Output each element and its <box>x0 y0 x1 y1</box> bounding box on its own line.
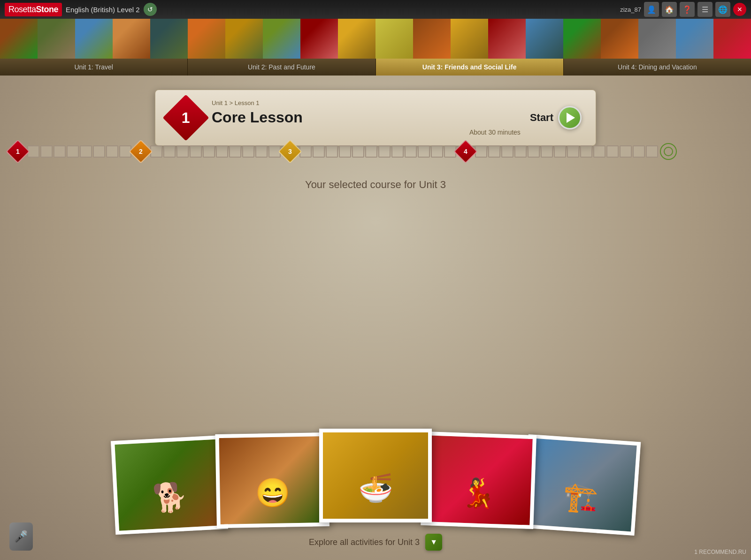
progress-box-40[interactable] <box>593 145 605 158</box>
tab-unit1-label: Unit 1: Travel <box>74 63 113 71</box>
explore-button[interactable] <box>425 534 442 551</box>
tab-unit2-label: Unit 2: Past and Future <box>248 63 315 71</box>
strip-photo-5 <box>150 19 188 59</box>
progress-box-33[interactable] <box>501 145 513 158</box>
strip-photo-15 <box>526 19 563 59</box>
start-play-icon[interactable] <box>558 106 582 129</box>
progress-box-44[interactable] <box>646 145 658 158</box>
list-icon[interactable]: ☰ <box>697 2 713 17</box>
progress-box-42[interactable] <box>620 145 632 158</box>
progress-box-2[interactable] <box>40 145 53 158</box>
progress-box-21[interactable] <box>326 145 338 158</box>
strip-photo-2 <box>38 19 75 59</box>
strip-unit-4[interactable] <box>563 19 751 59</box>
progress-box-28[interactable] <box>418 145 430 158</box>
progress-box-35[interactable] <box>528 145 540 158</box>
progress-box-27[interactable] <box>405 145 417 158</box>
main-content: 1 Unit 1 > Lesson 1 Core Lesson About 30… <box>0 76 751 560</box>
progress-box-41[interactable] <box>606 145 619 158</box>
help-icon[interactable]: ❓ <box>680 2 695 17</box>
tab-unit4-label: Unit 4: Dining and Vacation <box>618 63 697 71</box>
progress-box-36[interactable] <box>541 145 553 158</box>
photo-child[interactable] <box>215 432 329 528</box>
logo-rosetta[interactable]: RosettaStone <box>5 3 62 16</box>
progress-box-16[interactable] <box>242 145 254 158</box>
progress-end-icon[interactable] <box>660 143 677 160</box>
tab-unit1[interactable]: Unit 1: Travel <box>0 59 188 76</box>
top-icons: ziza_87 👤 🏠 ❓ ☰ 🌐 ✕ <box>620 2 746 17</box>
strip-photo-10 <box>338 19 376 59</box>
progress-box-20[interactable] <box>313 145 325 158</box>
tab-unit4[interactable]: Unit 4: Dining and Vacation <box>564 59 751 76</box>
progress-box-13[interactable] <box>203 145 215 158</box>
strip-unit-1[interactable] <box>0 19 188 59</box>
top-bar: RosettaStone English (British) Level 2 ↺… <box>0 0 751 19</box>
progress-box-22[interactable] <box>339 145 351 158</box>
diamond-4[interactable]: 4 <box>454 140 478 164</box>
lesson-duration: About 30 minutes <box>212 129 521 136</box>
progress-box-38[interactable] <box>567 145 579 158</box>
strip-unit-3[interactable] <box>376 19 563 59</box>
user-badge: ziza_87 <box>620 6 641 13</box>
progress-box-24[interactable] <box>365 145 377 158</box>
diamond-2[interactable]: 2 <box>129 140 153 164</box>
strip-unit-2[interactable] <box>188 19 376 59</box>
progress-box-15[interactable] <box>229 145 241 158</box>
logo-area: RosettaStone English (British) Level 2 ↺ <box>5 3 157 16</box>
photo-dancer[interactable] <box>421 431 536 529</box>
progress-box-29[interactable] <box>431 145 443 158</box>
strip-photo-20 <box>713 19 751 59</box>
strip-photo-8 <box>263 19 300 59</box>
progress-box-6[interactable] <box>93 145 105 158</box>
progress-box-37[interactable] <box>554 145 566 158</box>
tab-unit2[interactable]: Unit 2: Past and Future <box>188 59 376 76</box>
strip-photo-17 <box>601 19 638 59</box>
progress-box-7[interactable] <box>106 145 118 158</box>
progress-box-43[interactable] <box>633 145 645 158</box>
strip-photo-16 <box>563 19 601 59</box>
refresh-button[interactable]: ↺ <box>144 3 157 16</box>
strip-photo-18 <box>638 19 676 59</box>
profile-icon[interactable]: 👤 <box>644 2 659 17</box>
photo-building[interactable] <box>522 434 641 536</box>
progress-box-34[interactable] <box>514 145 527 158</box>
close-button[interactable]: ✕ <box>733 3 746 16</box>
progress-box-25[interactable] <box>378 145 391 158</box>
progress-box-23[interactable] <box>352 145 364 158</box>
globe-icon[interactable]: 🌐 <box>715 2 730 17</box>
progress-row: 1 2 3 <box>9 141 742 162</box>
explore-bar: Explore all activities for Unit 3 <box>309 534 442 551</box>
lesson-card: 1 Unit 1 > Lesson 1 Core Lesson About 30… <box>155 90 596 146</box>
photo-soup[interactable] <box>319 429 432 522</box>
tab-unit3[interactable]: Unit 3: Friends and Social Life <box>376 59 564 76</box>
start-button[interactable]: Start <box>530 106 582 129</box>
progress-box-10[interactable] <box>163 145 176 158</box>
progress-box-26[interactable] <box>391 145 404 158</box>
diamond-2-number: 2 <box>139 148 143 155</box>
progress-box-14[interactable] <box>216 145 228 158</box>
diamond-3[interactable]: 3 <box>278 140 302 164</box>
explore-text: Explore all activities for Unit 3 <box>309 537 420 547</box>
diamond-1[interactable]: 1 <box>6 140 30 164</box>
progress-box-5[interactable] <box>80 145 92 158</box>
microphone-icon[interactable]: 🎤 <box>9 522 33 551</box>
home-icon[interactable]: 🏠 <box>662 2 677 17</box>
progress-box-4[interactable] <box>67 145 79 158</box>
lesson-info: Unit 1 > Lesson 1 Core Lesson About 30 m… <box>212 99 521 136</box>
start-label: Start <box>530 112 553 124</box>
progress-box-12[interactable] <box>190 145 202 158</box>
strip-photo-14 <box>488 19 526 59</box>
strip-photo-4 <box>113 19 150 59</box>
progress-box-39[interactable] <box>580 145 592 158</box>
photo-dog[interactable] <box>111 435 228 535</box>
strip-photo-12 <box>413 19 451 59</box>
progress-box-11[interactable] <box>176 145 189 158</box>
lesson-badge: 1 <box>163 95 209 141</box>
photo-strip <box>0 19 751 59</box>
progress-box-17[interactable] <box>255 145 268 158</box>
progress-box-3[interactable] <box>54 145 66 158</box>
watermark: 1 RECOMMEND.RU <box>694 549 746 555</box>
lesson-badge-number: 1 <box>182 109 190 126</box>
progress-box-32[interactable] <box>488 145 500 158</box>
diamond-1-number: 1 <box>16 148 20 155</box>
